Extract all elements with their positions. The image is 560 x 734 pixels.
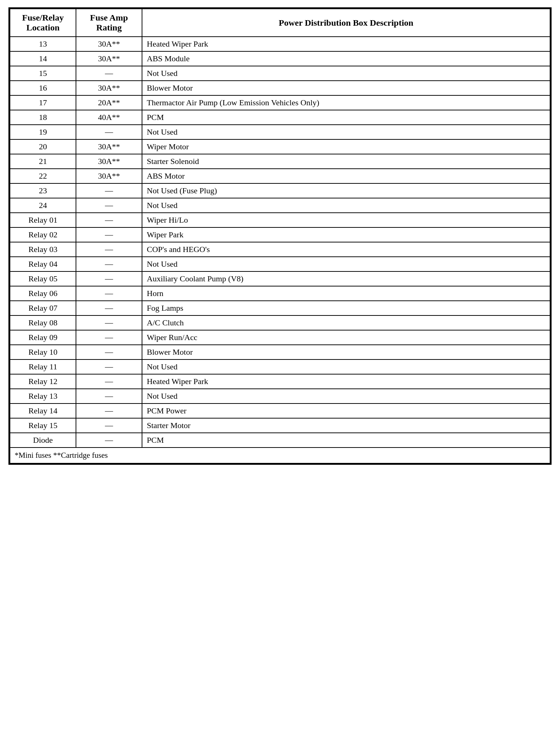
table-row: Relay 11—Not Used [10,359,550,374]
table-row: 2130A**Starter Solenoid [10,154,550,169]
cell-rating: — [76,125,142,139]
cell-rating: — [76,286,142,301]
cell-location: 19 [10,125,76,139]
table-row: 1630A**Blower Motor [10,81,550,95]
table-row: Relay 06—Horn [10,286,550,301]
cell-location: Relay 08 [10,315,76,330]
cell-rating: — [76,315,142,330]
table-row: Relay 01—Wiper Hi/Lo [10,213,550,227]
cell-description: PCM [142,433,550,448]
cell-rating: 30A** [76,154,142,169]
cell-rating: 30A** [76,37,142,51]
header-description: Power Distribution Box Description [142,9,550,37]
cell-rating: — [76,418,142,433]
cell-location: Relay 02 [10,227,76,242]
cell-description: Thermactor Air Pump (Low Emission Vehicl… [142,95,550,110]
cell-rating: — [76,359,142,374]
table-row: 24—Not Used [10,198,550,213]
cell-description: A/C Clutch [142,315,550,330]
cell-rating: 30A** [76,81,142,95]
cell-rating: — [76,271,142,286]
cell-description: Not Used [142,125,550,139]
table-row: Relay 08—A/C Clutch [10,315,550,330]
table-row: 15—Not Used [10,66,550,81]
cell-location: 23 [10,183,76,198]
cell-rating: — [76,389,142,403]
table-row: Relay 02—Wiper Park [10,227,550,242]
cell-rating: 20A** [76,95,142,110]
cell-description: ABS Motor [142,169,550,183]
fuse-table-container: Fuse/RelayLocation Fuse AmpRating Power … [8,7,552,465]
cell-description: Not Used [142,198,550,213]
cell-location: 17 [10,95,76,110]
cell-rating: — [76,183,142,198]
cell-location: 18 [10,110,76,125]
cell-rating: — [76,374,142,389]
header-location: Fuse/RelayLocation [10,9,76,37]
table-row: Relay 09—Wiper Run/Acc [10,330,550,345]
cell-description: Not Used (Fuse Plug) [142,183,550,198]
cell-location: Relay 05 [10,271,76,286]
cell-rating: 40A** [76,110,142,125]
cell-location: 21 [10,154,76,169]
table-row: Relay 03—COP's and HEGO's [10,242,550,257]
cell-description: PCM [142,110,550,125]
cell-rating: — [76,257,142,271]
cell-description: ABS Module [142,51,550,66]
cell-description: COP's and HEGO's [142,242,550,257]
cell-description: Fog Lamps [142,301,550,315]
cell-description: Not Used [142,66,550,81]
cell-location: Relay 10 [10,345,76,359]
table-row: Diode—PCM [10,433,550,448]
cell-rating: — [76,66,142,81]
table-row: 1330A**Heated Wiper Park [10,37,550,51]
cell-rating: — [76,403,142,418]
table-row: 1430A**ABS Module [10,51,550,66]
cell-rating: 30A** [76,169,142,183]
table-row: Relay 14—PCM Power [10,403,550,418]
cell-rating: — [76,433,142,448]
cell-location: Diode [10,433,76,448]
table-row: Relay 10—Blower Motor [10,345,550,359]
table-header-row: Fuse/RelayLocation Fuse AmpRating Power … [10,9,550,37]
table-row: Relay 12—Heated Wiper Park [10,374,550,389]
cell-description: Not Used [142,257,550,271]
table-row: Relay 15—Starter Motor [10,418,550,433]
cell-rating: — [76,345,142,359]
cell-rating: — [76,242,142,257]
cell-description: Heated Wiper Park [142,374,550,389]
table-row: Relay 13—Not Used [10,389,550,403]
table-row: 2230A**ABS Motor [10,169,550,183]
fuse-table: Fuse/RelayLocation Fuse AmpRating Power … [10,8,550,464]
table-row: Relay 07—Fog Lamps [10,301,550,315]
cell-location: Relay 11 [10,359,76,374]
cell-location: Relay 09 [10,330,76,345]
header-rating: Fuse AmpRating [76,9,142,37]
cell-location: 14 [10,51,76,66]
table-row: 2030A**Wiper Motor [10,139,550,154]
cell-rating: — [76,227,142,242]
cell-description: Wiper Hi/Lo [142,213,550,227]
cell-rating: — [76,198,142,213]
table-row: 19—Not Used [10,125,550,139]
cell-rating: — [76,213,142,227]
table-row: Relay 04—Not Used [10,257,550,271]
cell-rating: — [76,330,142,345]
table-row: 23—Not Used (Fuse Plug) [10,183,550,198]
cell-rating: 30A** [76,51,142,66]
cell-location: 15 [10,66,76,81]
cell-rating: 30A** [76,139,142,154]
cell-description: Not Used [142,389,550,403]
cell-location: Relay 03 [10,242,76,257]
cell-description: Blower Motor [142,81,550,95]
cell-description: Wiper Run/Acc [142,330,550,345]
cell-description: Wiper Park [142,227,550,242]
table-row: Relay 05—Auxiliary Coolant Pump (V8) [10,271,550,286]
cell-location: Relay 13 [10,389,76,403]
cell-location: 24 [10,198,76,213]
cell-location: Relay 07 [10,301,76,315]
cell-description: Horn [142,286,550,301]
cell-description: Blower Motor [142,345,550,359]
cell-location: 13 [10,37,76,51]
cell-description: PCM Power [142,403,550,418]
